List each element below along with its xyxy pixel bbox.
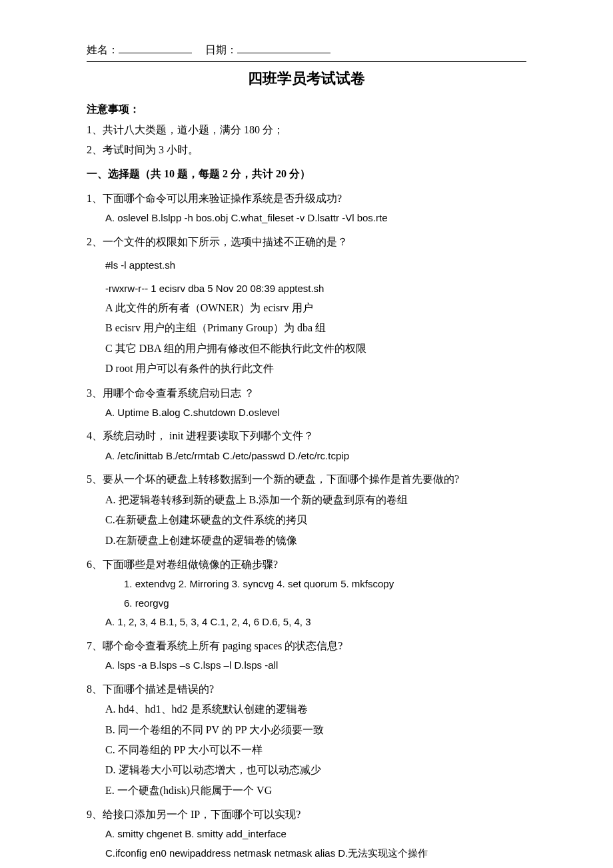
notice-item-2: 2、考试时间为 3 小时。 <box>87 140 526 160</box>
q6-options: A. 1, 2, 3, 4 B.1, 5, 3, 4 C.1, 2, 4, 6 … <box>87 613 526 632</box>
question-5: 5、要从一个坏的硬盘上转移数据到一个新的硬盘，下面哪个操作是首先要做的? A. … <box>87 469 526 551</box>
notice-item-1: 1、共计八大类题，道小题，满分 180 分； <box>87 120 526 140</box>
q8-option-b: B. 同一个卷组的不同 PV 的 PP 大小必须要一致 <box>87 720 526 740</box>
q2-ls-output: -rwxrw-r-- 1 ecisrv dba 5 Nov 20 08:39 a… <box>87 279 526 299</box>
q5-option-ab: A. 把逻辑卷转移到新的硬盘上 B.添加一个新的硬盘到原有的卷组 <box>87 490 526 510</box>
q7-options: A. lsps -a B.lsps –s C.lsps –l D.lsps -a… <box>87 656 526 675</box>
date-label: 日期： <box>205 40 237 60</box>
q4-text: 4、系统启动时， init 进程要读取下列哪个文件？ <box>87 426 526 446</box>
q2-option-c: C 其它 DBA 组的用户拥有修改但不能执行此文件的权限 <box>87 339 526 359</box>
question-4: 4、系统启动时， init 进程要读取下列哪个文件？ A. /etc/initt… <box>87 426 526 465</box>
q5-option-d: D.在新硬盘上创建坏硬盘的逻辑卷的镜像 <box>87 531 526 551</box>
divider-line <box>87 61 526 62</box>
q2-cmd: #ls -l apptest.sh <box>87 256 526 275</box>
q3-options: A. Uptime B.alog C.shutdown D.oslevel <box>87 403 526 423</box>
q6-steps-1: 1. extendvg 2. Mirroring 3. syncvg 4. se… <box>87 575 526 594</box>
notice-heading: 注意事项： <box>87 99 526 119</box>
q8-option-e: E. 一个硬盘(hdisk)只能属于一个 VG <box>87 781 526 801</box>
q2-text: 2、一个文件的权限如下所示，选项中描述不正确的是？ <box>87 232 526 252</box>
q9-option-cd: C.ifconfig en0 newipaddress netmask netm… <box>87 844 526 863</box>
name-blank <box>119 41 192 53</box>
q5-option-c: C.在新硬盘上创建坏硬盘的文件系统的拷贝 <box>87 510 526 530</box>
q8-option-c: C. 不同卷组的 PP 大小可以不一样 <box>87 740 526 760</box>
header-row: 姓名： 日期： <box>87 40 526 60</box>
question-3: 3、用哪个命令查看系统启动日志 ？ A. Uptime B.alog C.shu… <box>87 383 526 423</box>
q2-option-d: D root 用户可以有条件的执行此文件 <box>87 359 526 379</box>
q6-steps-2: 6. reorgvg <box>87 594 526 613</box>
q1-options: A. oslevel B.lslpp -h bos.obj C.what_fil… <box>87 209 526 228</box>
q2-option-b: B ecisrv 用户的主组（Primany Group）为 dba 组 <box>87 318 526 338</box>
section-1-heading: 一、选择题（共 10 题，每题 2 分，共计 20 分） <box>87 164 526 184</box>
q4-options: A. /etc/inittab B./etc/rmtab C./etc/pass… <box>87 447 526 466</box>
q9-text: 9、给接口添加另一个 IP，下面哪个可以实现? <box>87 805 526 825</box>
name-label: 姓名： <box>87 40 119 60</box>
q2-option-a: A 此文件的所有者（OWNER）为 ecisrv 用户 <box>87 298 526 318</box>
q8-text: 8、下面哪个描述是错误的? <box>87 679 526 699</box>
q3-text: 3、用哪个命令查看系统启动日志 ？ <box>87 383 526 403</box>
q6-text: 6、下面哪些是对卷组做镜像的正确步骤? <box>87 555 526 575</box>
q8-option-d: D. 逻辑卷大小可以动态增大，也可以动态减少 <box>87 760 526 780</box>
q5-text: 5、要从一个坏的硬盘上转移数据到一个新的硬盘，下面哪个操作是首先要做的? <box>87 469 526 489</box>
question-7: 7、哪个命令查看系统上所有 paging spaces 的状态信息? A. ls… <box>87 636 526 675</box>
question-2: 2、一个文件的权限如下所示，选项中描述不正确的是？ #ls -l apptest… <box>87 232 526 379</box>
question-1: 1、下面哪个命令可以用来验证操作系统是否升级成功? A. oslevel B.l… <box>87 189 526 228</box>
q7-text: 7、哪个命令查看系统上所有 paging spaces 的状态信息? <box>87 636 526 656</box>
q9-option-ab: A. smitty chgenet B. smitty add_interfac… <box>87 825 526 844</box>
question-9: 9、给接口添加另一个 IP，下面哪个可以实现? A. smitty chgene… <box>87 805 526 863</box>
question-6: 6、下面哪些是对卷组做镜像的正确步骤? 1. extendvg 2. Mirro… <box>87 555 526 632</box>
q8-option-a: A. hd4、hd1、hd2 是系统默认创建的逻辑卷 <box>87 699 526 719</box>
date-blank <box>237 41 330 53</box>
question-8: 8、下面哪个描述是错误的? A. hd4、hd1、hd2 是系统默认创建的逻辑卷… <box>87 679 526 801</box>
q1-text: 1、下面哪个命令可以用来验证操作系统是否升级成功? <box>87 189 526 209</box>
page-title: 四班学员考试试卷 <box>87 65 526 93</box>
